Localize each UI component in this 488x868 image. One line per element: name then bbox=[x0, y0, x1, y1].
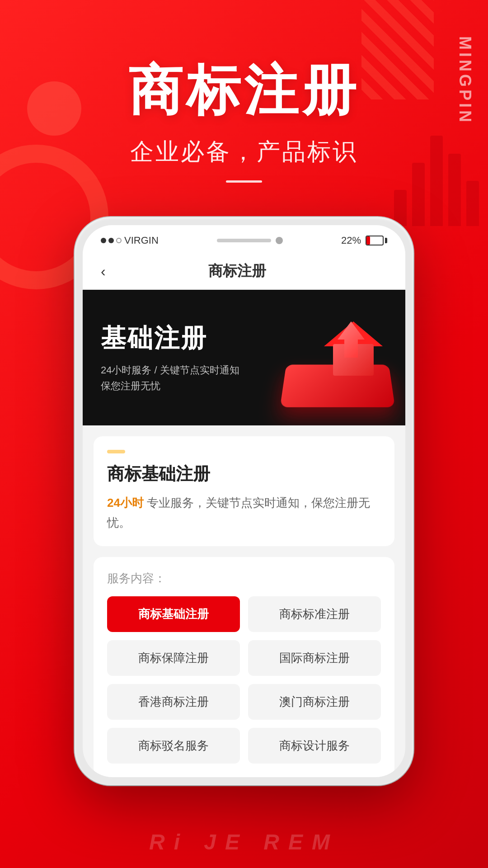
battery-fill bbox=[366, 236, 370, 245]
nav-bar: ‹ 商标注册 bbox=[83, 253, 405, 290]
banner-section: 基础注册 24小时服务 / 关键节点实时通知 保您注册无忧 bbox=[83, 290, 405, 425]
back-button[interactable]: ‹ bbox=[101, 263, 106, 280]
service-btn-0[interactable]: 商标基础注册 bbox=[107, 596, 240, 632]
service-btn-2[interactable]: 商标保障注册 bbox=[107, 640, 240, 676]
battery-percent: 22% bbox=[341, 235, 361, 246]
banner-text: 基础注册 24小时服务 / 关键节点实时通知 保您注册无忧 bbox=[101, 321, 387, 394]
notch-camera bbox=[276, 237, 283, 244]
notch-bar bbox=[217, 239, 271, 242]
banner-desc: 24小时服务 / 关键节点实时通知 保您注册无忧 bbox=[101, 362, 387, 394]
card-desc-text: 专业服务，关键节点实时通知，保您注册无忧。 bbox=[107, 496, 370, 529]
card-highlight: 24小时 bbox=[107, 496, 144, 509]
service-label: 服务内容： bbox=[107, 571, 381, 586]
bottom-watermark: Ri JE REM bbox=[0, 830, 488, 854]
battery-tip bbox=[385, 238, 387, 243]
service-btn-4[interactable]: 香港商标注册 bbox=[107, 684, 240, 720]
status-carrier: VIRGIN bbox=[101, 235, 159, 246]
deco-bar-5 bbox=[466, 181, 479, 226]
phone-mockup: VIRGIN 22% ‹ bbox=[75, 217, 413, 785]
carrier-name: VIRGIN bbox=[124, 235, 159, 246]
page-title: 商标注册 bbox=[106, 261, 369, 281]
service-card: 服务内容： 商标基础注册 商标标准注册 商标保障注册 国际商标注册 香港商标注册… bbox=[94, 557, 394, 777]
battery-body bbox=[366, 236, 384, 245]
phone-inner-screen: VIRGIN 22% ‹ bbox=[83, 225, 405, 777]
battery-icon bbox=[366, 236, 387, 245]
status-right: 22% bbox=[341, 235, 387, 246]
card-title: 商标基础注册 bbox=[107, 462, 381, 486]
phone-outer-frame: VIRGIN 22% ‹ bbox=[75, 217, 413, 785]
banner-desc-line1: 24小时服务 / 关键节点实时通知 bbox=[101, 364, 239, 376]
service-btn-5[interactable]: 澳门商标注册 bbox=[248, 684, 381, 720]
watermark-text: Ri JE REM bbox=[0, 830, 488, 854]
notch bbox=[205, 232, 295, 249]
card-desc: 24小时 专业服务，关键节点实时通知，保您注册无忧。 bbox=[107, 493, 381, 533]
service-btn-7[interactable]: 商标设计服务 bbox=[248, 728, 381, 764]
hero-divider bbox=[226, 180, 262, 183]
info-card: 商标基础注册 24小时 专业服务，关键节点实时通知，保您注册无忧。 bbox=[94, 436, 394, 546]
status-bar: VIRGIN 22% bbox=[83, 225, 405, 253]
service-btn-3[interactable]: 国际商标注册 bbox=[248, 640, 381, 676]
signal-dot-1 bbox=[101, 238, 106, 243]
hero-title: 商标注册 bbox=[0, 54, 488, 128]
signal-dots bbox=[101, 238, 122, 243]
hero-subtitle: 企业必备，产品标识 bbox=[0, 136, 488, 168]
service-btn-1[interactable]: 商标标准注册 bbox=[248, 596, 381, 632]
service-grid: 商标基础注册 商标标准注册 商标保障注册 国际商标注册 香港商标注册 澳门商标注… bbox=[107, 596, 381, 764]
card-tag bbox=[107, 450, 125, 453]
signal-dot-3 bbox=[116, 238, 122, 243]
banner-title: 基础注册 bbox=[101, 321, 387, 356]
hero-section: 商标注册 企业必备，产品标识 bbox=[0, 54, 488, 183]
banner-desc-line2: 保您注册无忧 bbox=[101, 380, 160, 392]
service-btn-6[interactable]: 商标驳名服务 bbox=[107, 728, 240, 764]
signal-dot-2 bbox=[108, 238, 114, 243]
